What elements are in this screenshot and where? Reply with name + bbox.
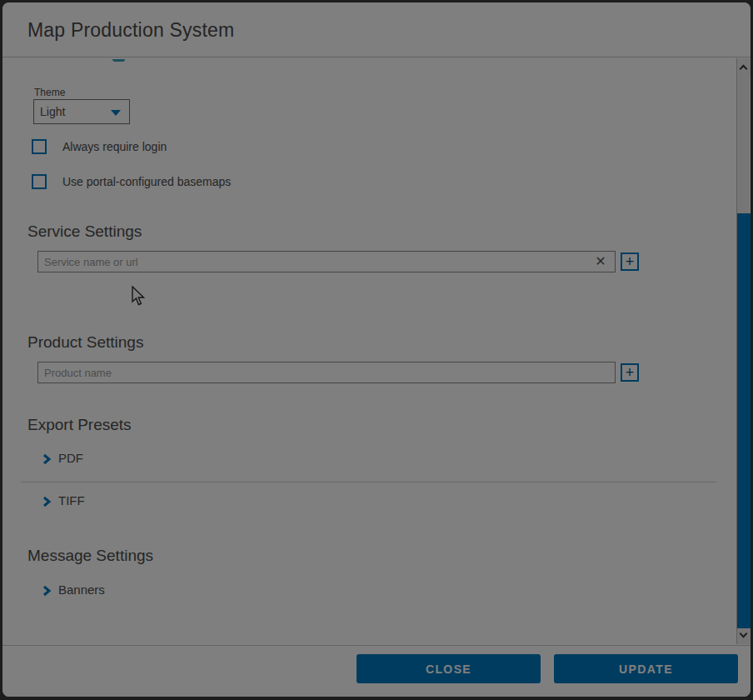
expander-label: TIFF <box>58 493 85 508</box>
expander-label: PDF <box>58 451 83 465</box>
chevron-down-icon <box>111 110 121 116</box>
chevron-right-icon <box>42 496 52 511</box>
chevron-right-icon <box>42 453 52 468</box>
scrollbar <box>736 58 750 644</box>
expander-label: Banners <box>58 582 105 597</box>
service-settings-heading: Service Settings <box>27 222 142 241</box>
checkbox-label: Use portal-configured basemaps <box>62 175 231 188</box>
divider <box>21 482 716 482</box>
add-service-button[interactable]: + <box>621 252 639 271</box>
message-settings-heading: Message Settings <box>27 547 153 565</box>
scroll-up-icon <box>740 65 748 73</box>
close-button[interactable]: CLOSE <box>357 654 541 683</box>
scrollbar-thumb[interactable] <box>737 213 751 628</box>
export-presets-heading: Export Presets <box>27 416 132 434</box>
theme-select-value: Light <box>40 105 65 118</box>
dialog-header: Map Production System <box>2 2 751 58</box>
checkbox-portal-basemaps[interactable] <box>32 174 47 189</box>
screen: Map Production System Theme Light Always… <box>0 0 753 700</box>
chevron-right-icon <box>42 585 52 600</box>
clipped-element <box>112 59 125 62</box>
add-product-button[interactable]: + <box>621 363 639 382</box>
scroll-down-button[interactable] <box>737 628 751 644</box>
clear-icon[interactable]: ✕ <box>592 253 609 270</box>
service-name-input[interactable] <box>37 251 616 272</box>
product-name-input[interactable] <box>37 362 616 383</box>
mouse-cursor <box>131 286 149 308</box>
theme-label: Theme <box>34 87 65 98</box>
checkbox-always-require-login[interactable] <box>32 139 47 154</box>
map-production-dialog: Map Production System Theme Light Always… <box>2 2 751 697</box>
theme-select[interactable]: Light <box>33 99 130 124</box>
product-settings-heading: Product Settings <box>27 333 143 352</box>
scroll-down-icon <box>740 630 748 638</box>
dialog-footer: CLOSE UPDATE <box>2 645 751 697</box>
checkbox-label: Always require login <box>62 140 167 153</box>
dialog-title: Map Production System <box>27 19 234 42</box>
scroll-up-button[interactable] <box>737 58 751 77</box>
settings-scroll-area: Theme Light Always require login Use por… <box>2 58 736 645</box>
update-button[interactable]: UPDATE <box>554 654 738 683</box>
